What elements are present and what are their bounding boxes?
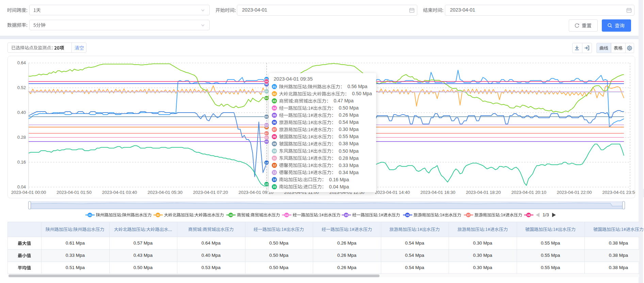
svg-text:01: 01	[88, 214, 92, 217]
svg-text:04: 04	[285, 214, 288, 217]
svg-text:05: 05	[345, 214, 348, 217]
svg-text:07: 07	[467, 214, 470, 217]
svg-text:03: 03	[229, 214, 232, 217]
svg-text:02: 02	[157, 214, 160, 217]
svg-text:08: 08	[527, 214, 530, 217]
svg-text:06: 06	[406, 214, 409, 217]
